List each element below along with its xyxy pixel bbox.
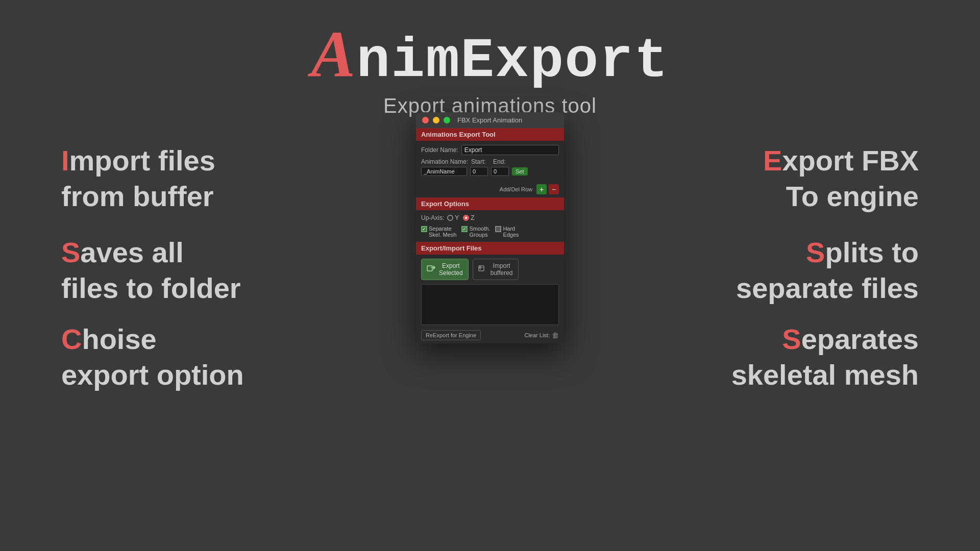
add-row-button[interactable]: +	[536, 184, 547, 194]
hard-edges-label: HardEdges	[503, 226, 519, 238]
fbx-export-window: FBX Export Animation Animations Export T…	[416, 112, 564, 343]
separate-skel-checkbox-item[interactable]: ✓ SeparateSkel. Mesh	[421, 226, 456, 238]
traffic-light-minimize[interactable]	[433, 117, 439, 123]
titlebar: FBX Export Animation	[416, 112, 564, 128]
bg-splits-s: S	[806, 236, 825, 268]
ei-area: ExportSelected Importbuffered	[416, 255, 564, 284]
bg-splits: Splits toseparate files	[736, 235, 919, 306]
import-buffered-button[interactable]: Importbuffered	[473, 259, 519, 280]
anim-name-input[interactable]	[421, 167, 467, 176]
radio-z-label: Z	[471, 214, 474, 221]
smooth-groups-checkbox-item[interactable]: ✓ Smooth.Groups	[461, 226, 490, 238]
smooth-groups-label: Smooth.Groups	[469, 226, 490, 238]
anim-labels-row: Animation Name: Start: End:	[421, 158, 559, 165]
import-icon	[478, 264, 487, 275]
hero-section: AnimExport Export animations tool	[0, 0, 980, 117]
radio-group: Y Z	[447, 214, 474, 221]
bg-choise-c: C	[61, 323, 82, 355]
radio-z-item[interactable]: Z	[463, 214, 474, 221]
upaxis-label: Up-Axis:	[421, 214, 444, 221]
export-icon	[427, 264, 436, 275]
animation-list	[421, 284, 559, 325]
clear-list-area: Clear List: 🗑	[524, 331, 559, 339]
bg-separates-s: S	[782, 323, 801, 355]
axis-row: Up-Axis: Y Z	[421, 214, 559, 221]
reexport-engine-button[interactable]: ReExport for Engine	[421, 330, 481, 340]
bg-separates: Separatesskeletal mesh	[731, 321, 919, 393]
anim-name-header: Animation Name:	[421, 158, 467, 165]
options-area: Up-Axis: Y Z ✓ SeparateSkel. Mesh	[416, 210, 564, 242]
window-wrapper: FBX Export Animation Animations Export T…	[416, 112, 564, 343]
bg-export-e: E	[763, 144, 782, 177]
logo-letter-a: A	[311, 17, 357, 90]
radio-z-dot[interactable]	[463, 215, 469, 221]
bg-export-fbx: Export FBXTo engine	[763, 143, 919, 214]
bg-import-i: I	[61, 144, 69, 177]
bg-splits-rest: plits toseparate files	[736, 236, 919, 304]
export-selected-label: ExportSelected	[439, 262, 463, 277]
bg-import-rest: mport filesfrom buffer	[61, 144, 215, 212]
export-options-header: Export Options	[416, 197, 564, 210]
folder-label: Folder Name:	[421, 146, 458, 154]
del-row-button[interactable]: −	[549, 184, 559, 194]
bg-saves-s: S	[61, 236, 80, 268]
start-input[interactable]	[470, 167, 488, 176]
bg-import-files: Import filesfrom buffer	[61, 143, 215, 214]
bg-choise: Choiseexport option	[61, 321, 244, 393]
form-area: Folder Name: Animation Name: Start: End:…	[416, 141, 564, 183]
traffic-light-close[interactable]	[422, 117, 429, 123]
bg-saves-rest: aves allfiles to folder	[61, 236, 241, 304]
checkboxes-row: ✓ SeparateSkel. Mesh ✓ Smooth.Groups Har…	[421, 226, 559, 238]
bottom-bar: ReExport for Engine Clear List: 🗑	[416, 327, 564, 343]
logo-rest: nimExport	[356, 29, 669, 93]
bg-choise-rest: hoiseexport option	[61, 323, 244, 391]
end-input[interactable]	[491, 167, 509, 176]
bg-export-rest: xport FBXTo engine	[782, 144, 919, 212]
smooth-groups-checkbox[interactable]: ✓	[461, 226, 468, 232]
radio-y-dot[interactable]	[447, 215, 453, 221]
svg-rect-0	[427, 266, 432, 271]
window-title: FBX Export Animation	[457, 116, 522, 124]
add-del-label: Add/Del Row	[500, 186, 532, 192]
import-buffered-label: Importbuffered	[491, 262, 513, 277]
clear-list-label: Clear List:	[524, 332, 550, 338]
folder-name-row: Folder Name:	[421, 145, 559, 155]
bg-separates-rest: eparatesskeletal mesh	[731, 323, 919, 391]
traffic-light-fullscreen[interactable]	[444, 117, 450, 123]
trash-icon[interactable]: 🗑	[552, 331, 559, 339]
radio-y-label: Y	[455, 214, 459, 221]
start-header: Start:	[471, 158, 489, 165]
export-import-header: Export/Import Files	[416, 242, 564, 255]
separate-skel-label: SeparateSkel. Mesh	[429, 226, 456, 238]
radio-y-item[interactable]: Y	[447, 214, 459, 221]
animations-export-tool-header: Animations Export Tool	[416, 128, 564, 141]
end-header: End:	[493, 158, 511, 165]
separate-skel-checkbox[interactable]: ✓	[421, 226, 427, 232]
anim-inputs-row: Set	[421, 167, 559, 176]
logo-title: AnimExport	[311, 20, 669, 89]
set-button[interactable]: Set	[512, 167, 528, 176]
export-selected-button[interactable]: ExportSelected	[421, 259, 469, 280]
hard-edges-checkbox[interactable]	[495, 226, 501, 232]
bg-saves-all: Saves allfiles to folder	[61, 235, 241, 306]
add-del-row: Add/Del Row + −	[416, 183, 564, 197]
hard-edges-checkbox-item[interactable]: HardEdges	[495, 226, 519, 238]
folder-input[interactable]	[461, 145, 559, 155]
